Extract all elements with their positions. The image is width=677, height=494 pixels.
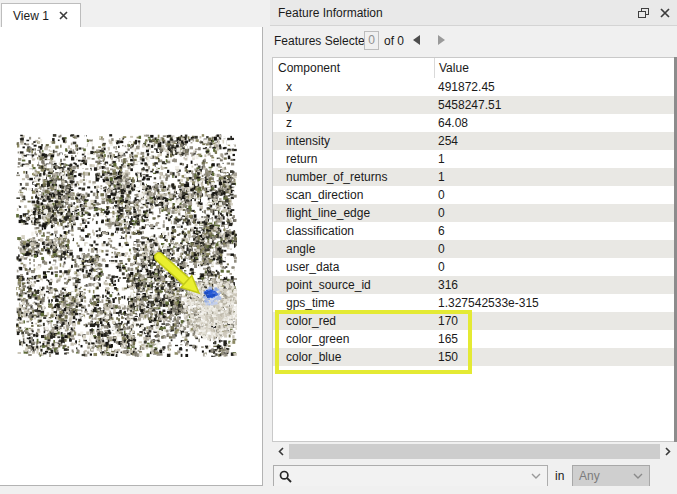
tab-label: View 1 — [2, 9, 49, 23]
panel-titlebar: Feature Information — [270, 0, 677, 26]
column-header-component[interactable]: Component — [273, 58, 434, 78]
component-cell: classification — [273, 222, 434, 240]
table-row[interactable]: x491872.45 — [273, 78, 677, 96]
table-row[interactable]: z64.08 — [273, 114, 677, 132]
value-cell: 165 — [434, 330, 677, 348]
component-cell: angle — [273, 240, 434, 258]
scroll-right-button[interactable] — [660, 443, 676, 460]
search-bar: in Any — [270, 465, 677, 487]
search-dropdown-chevron-icon[interactable] — [531, 473, 541, 479]
column-header-value[interactable]: Value — [434, 58, 677, 78]
search-icon — [279, 470, 292, 483]
features-selected-label: Features Selected: — [274, 34, 375, 48]
in-label: in — [555, 469, 564, 483]
component-cell: return — [273, 150, 434, 168]
point-cloud-canvas — [15, 133, 237, 357]
table-row[interactable]: color_green165 — [273, 330, 677, 348]
previous-feature-button[interactable] — [413, 35, 420, 45]
features-selected-bar: Features Selected: 0 of 0 — [270, 26, 677, 56]
tab-view-1[interactable]: View 1 — [1, 3, 81, 27]
view-panel: View 1 — [0, 0, 270, 494]
table-row[interactable]: point_source_id316 — [273, 276, 677, 294]
value-cell: 316 — [434, 276, 677, 294]
component-cell: scan_direction — [273, 186, 434, 204]
scroll-left-button[interactable] — [273, 443, 289, 460]
value-cell: 0 — [434, 204, 677, 222]
value-cell: 1.327542533e-315 — [434, 294, 677, 312]
value-cell: 1 — [434, 150, 677, 168]
features-selected-count[interactable]: 0 — [364, 31, 379, 50]
view-tabbar: View 1 — [0, 0, 263, 27]
horizontal-scrollbar[interactable] — [273, 443, 676, 460]
value-cell: 5458247.51 — [434, 96, 677, 114]
component-cell: gps_time — [273, 294, 434, 312]
table-row[interactable]: classification6 — [273, 222, 677, 240]
value-cell: 0 — [434, 186, 677, 204]
value-cell: 6 — [434, 222, 677, 240]
component-cell: z — [273, 114, 434, 132]
scrollbar-thumb[interactable] — [289, 444, 660, 459]
table-row[interactable]: color_blue150 — [273, 348, 677, 366]
feature-info-panel: Feature Information Features Selected: 0… — [270, 0, 677, 494]
table-row[interactable]: y5458247.51 — [273, 96, 677, 114]
float-panel-icon[interactable] — [636, 6, 650, 20]
value-cell: 170 — [434, 312, 677, 330]
component-cell: point_source_id — [273, 276, 434, 294]
value-cell: 64.08 — [434, 114, 677, 132]
value-cell: 491872.45 — [434, 78, 677, 96]
component-cell: user_data — [273, 258, 434, 276]
table-row[interactable]: gps_time1.327542533e-315 — [273, 294, 677, 312]
component-cell: color_red — [273, 312, 434, 330]
value-cell: 1 — [434, 168, 677, 186]
component-cell: flight_line_edge — [273, 204, 434, 222]
viewport-3d[interactable] — [0, 27, 263, 486]
table-body: x491872.45y5458247.51z64.08intensity254r… — [273, 78, 677, 366]
table-row[interactable]: return1 — [273, 150, 677, 168]
table-row[interactable]: number_of_returns1 — [273, 168, 677, 186]
next-feature-button[interactable] — [438, 35, 445, 45]
component-cell: color_green — [273, 330, 434, 348]
value-cell: 0 — [434, 258, 677, 276]
table-header: Component Value — [273, 58, 677, 78]
table-row[interactable]: intensity254 — [273, 132, 677, 150]
status-strip — [0, 486, 677, 494]
tab-close-icon[interactable] — [59, 11, 68, 20]
value-cell: 150 — [434, 348, 677, 366]
feature-table: Component Value x491872.45y5458247.51z64… — [272, 57, 677, 442]
table-row[interactable]: scan_direction0 — [273, 186, 677, 204]
table-row[interactable]: angle0 — [273, 240, 677, 258]
component-cell: y — [273, 96, 434, 114]
table-row[interactable]: user_data0 — [273, 258, 677, 276]
value-cell: 254 — [434, 132, 677, 150]
scope-dropdown-chevron-icon — [633, 473, 643, 479]
table-row[interactable]: flight_line_edge0 — [273, 204, 677, 222]
component-cell: intensity — [273, 132, 434, 150]
search-scope-value: Any — [573, 469, 633, 483]
panel-title: Feature Information — [270, 6, 383, 20]
component-cell: x — [273, 78, 434, 96]
component-cell: color_blue — [273, 348, 434, 366]
component-cell: number_of_returns — [273, 168, 434, 186]
search-text-field[interactable] — [296, 469, 531, 483]
search-scope-select[interactable]: Any — [572, 465, 650, 487]
search-input[interactable] — [273, 465, 548, 487]
value-cell: 0 — [434, 240, 677, 258]
close-panel-icon[interactable] — [658, 6, 672, 20]
features-of-label: of 0 — [384, 34, 404, 48]
table-row[interactable]: color_red170 — [273, 312, 677, 330]
